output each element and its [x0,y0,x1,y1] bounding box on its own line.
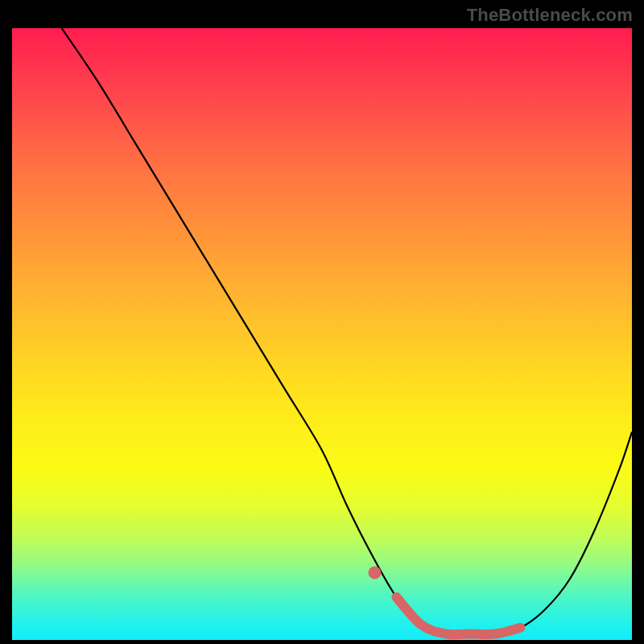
attribution-label: TheBottleneck.com [467,5,633,26]
bottleneck-chart [12,28,632,640]
bottleneck-curve-line [62,28,632,634]
chart-plot-area [12,28,632,640]
highlight-dot [368,566,381,579]
optimal-segment-highlight [396,597,520,634]
